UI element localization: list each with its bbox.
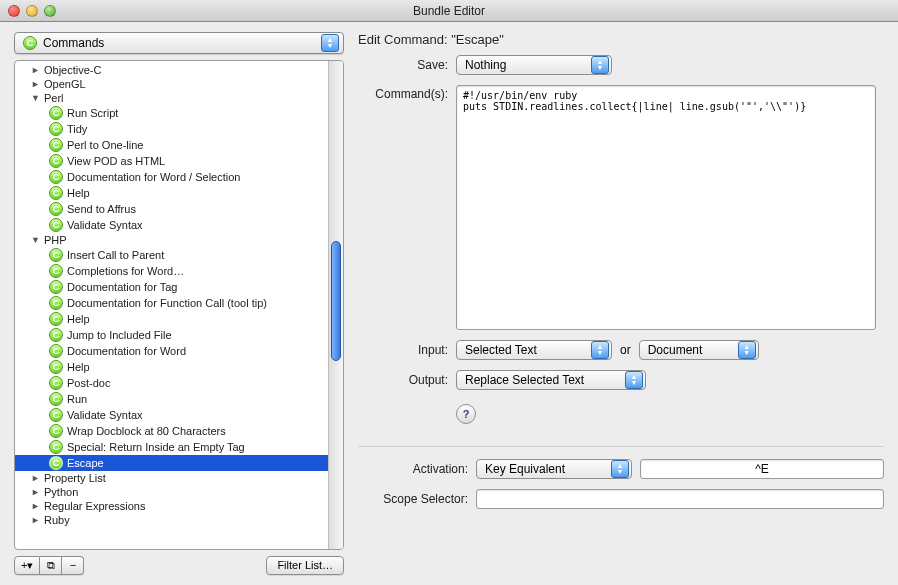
tree-item-label: Run	[67, 393, 87, 405]
tree-item-label: Validate Syntax	[67, 409, 143, 421]
command-badge-icon: C	[49, 170, 63, 184]
tree-command[interactable]: CDocumentation for Tag	[15, 279, 328, 295]
command-badge-icon: C	[49, 392, 63, 406]
input-popup[interactable]: Selected Text	[456, 340, 612, 360]
scroll-thumb[interactable]	[331, 241, 341, 361]
tree-item-label: Help	[67, 187, 90, 199]
tree-item-label: Completions for Word…	[67, 265, 184, 277]
tree-command[interactable]: CPerl to One-line	[15, 137, 328, 153]
tree-item-label: Perl	[44, 92, 64, 104]
command-badge-icon: C	[49, 106, 63, 120]
tree-command[interactable]: CSend to Affrus	[15, 201, 328, 217]
tree-command[interactable]: CRun Script	[15, 105, 328, 121]
disclosure-icon[interactable]	[31, 487, 40, 497]
disclosure-icon[interactable]	[31, 501, 40, 511]
input-alt-value: Document	[648, 343, 703, 357]
tree-item-label: Regular Expressions	[44, 500, 146, 512]
command-badge-icon: C	[49, 122, 63, 136]
tree-command[interactable]: CHelp	[15, 185, 328, 201]
output-popup[interactable]: Replace Selected Text	[456, 370, 646, 390]
disclosure-icon[interactable]	[31, 93, 40, 103]
edit-heading: Edit Command: "Escape"	[358, 32, 884, 47]
tree-group[interactable]: OpenGL	[15, 77, 328, 91]
command-badge-icon: C	[49, 440, 63, 454]
command-badge-icon: C	[49, 344, 63, 358]
command-badge-icon: C	[49, 154, 63, 168]
tree-command[interactable]: CValidate Syntax	[15, 407, 328, 423]
command-badge-icon: C	[49, 280, 63, 294]
tree-command[interactable]: CValidate Syntax	[15, 217, 328, 233]
command-badge-icon: C	[49, 202, 63, 216]
tree-item-label: Special: Return Inside an Empty Tag	[67, 441, 245, 453]
disclosure-icon[interactable]	[31, 65, 40, 75]
command-badge-icon: C	[49, 296, 63, 310]
tree-command[interactable]: CDocumentation for Function Call (tool t…	[15, 295, 328, 311]
tree-item-label: Tidy	[67, 123, 87, 135]
remove-button[interactable]: −	[62, 556, 84, 575]
tree-item-label: Perl to One-line	[67, 139, 143, 151]
command-badge-icon: C	[49, 408, 63, 422]
tree-command[interactable]: CHelp	[15, 359, 328, 375]
add-button[interactable]: +▾	[14, 556, 40, 575]
tree-group[interactable]: PHP	[15, 233, 328, 247]
tree-command[interactable]: CDocumentation for Word / Selection	[15, 169, 328, 185]
tree-item-label: Post-doc	[67, 377, 110, 389]
input-popup-value: Selected Text	[465, 343, 537, 357]
disclosure-icon[interactable]	[31, 473, 40, 483]
tree-item-label: Wrap Docblock at 80 Characters	[67, 425, 226, 437]
stepper-icon	[611, 460, 629, 478]
tree-command[interactable]: CView POD as HTML	[15, 153, 328, 169]
disclosure-icon[interactable]	[31, 79, 40, 89]
bundle-tree[interactable]: Objective-COpenGLPerlCRun ScriptCTidyCPe…	[15, 61, 328, 549]
filter-popup-label: Commands	[43, 36, 104, 50]
input-label: Input:	[358, 343, 448, 357]
commands-label: Command(s):	[358, 85, 448, 101]
disclosure-icon[interactable]	[31, 235, 40, 245]
key-equivalent-field[interactable]: ^E	[640, 459, 884, 479]
tree-command[interactable]: CEscape	[15, 455, 328, 471]
duplicate-button[interactable]: ⧉	[40, 556, 62, 575]
input-or-label: or	[620, 343, 631, 357]
tree-command[interactable]: CPost-doc	[15, 375, 328, 391]
tree-group[interactable]: Regular Expressions	[15, 499, 328, 513]
tree-command[interactable]: CWrap Docblock at 80 Characters	[15, 423, 328, 439]
command-textarea[interactable]: #!/usr/bin/env ruby puts STDIN.readlines…	[456, 85, 876, 330]
tree-group[interactable]: Python	[15, 485, 328, 499]
tree-item-label: Jump to Included File	[67, 329, 172, 341]
scope-label: Scope Selector:	[358, 492, 468, 506]
activation-popup-value: Key Equivalent	[485, 462, 565, 476]
tree-group[interactable]: Objective-C	[15, 63, 328, 77]
tree-group[interactable]: Ruby	[15, 513, 328, 527]
tree-item-label: Objective-C	[44, 64, 101, 76]
tree-item-label: Help	[67, 361, 90, 373]
tree-item-label: Python	[44, 486, 78, 498]
activation-popup[interactable]: Key Equivalent	[476, 459, 632, 479]
filter-list-button[interactable]: Filter List…	[266, 556, 344, 575]
tree-command[interactable]: CCompletions for Word…	[15, 263, 328, 279]
tree-item-label: Ruby	[44, 514, 70, 526]
tree-group[interactable]: Property List	[15, 471, 328, 485]
input-alt-popup[interactable]: Document	[639, 340, 759, 360]
command-badge-icon: C	[49, 360, 63, 374]
help-button[interactable]: ?	[456, 404, 476, 424]
tree-command[interactable]: CTidy	[15, 121, 328, 137]
tree-item-label: Escape	[67, 457, 104, 469]
tree-command[interactable]: CJump to Included File	[15, 327, 328, 343]
output-popup-value: Replace Selected Text	[465, 373, 584, 387]
command-badge-icon: C	[49, 312, 63, 326]
tree-group[interactable]: Perl	[15, 91, 328, 105]
tree-item-label: Insert Call to Parent	[67, 249, 164, 261]
tree-command[interactable]: CSpecial: Return Inside an Empty Tag	[15, 439, 328, 455]
tree-command[interactable]: CDocumentation for Word	[15, 343, 328, 359]
stepper-icon	[591, 56, 609, 74]
scope-selector-field[interactable]	[476, 489, 884, 509]
tree-command[interactable]: CInsert Call to Parent	[15, 247, 328, 263]
filter-popup[interactable]: C Commands	[14, 32, 344, 54]
tree-command[interactable]: CRun	[15, 391, 328, 407]
tree-item-label: Documentation for Function Call (tool ti…	[67, 297, 267, 309]
command-badge-icon: C	[49, 264, 63, 278]
scrollbar[interactable]	[328, 61, 343, 549]
disclosure-icon[interactable]	[31, 515, 40, 525]
save-popup[interactable]: Nothing	[456, 55, 612, 75]
tree-command[interactable]: CHelp	[15, 311, 328, 327]
